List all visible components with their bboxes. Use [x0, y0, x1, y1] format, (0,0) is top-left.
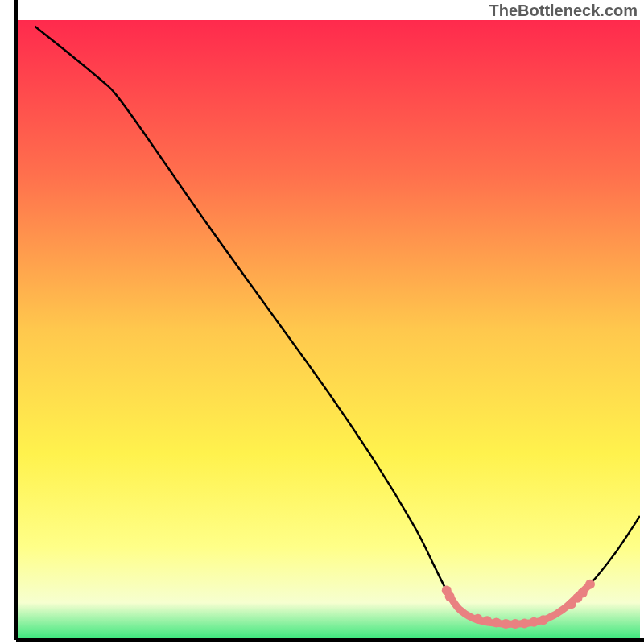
chart-container: TheBottleneck.com — [0, 0, 644, 644]
highlight-dot — [529, 617, 539, 627]
highlight-dot — [539, 615, 548, 625]
highlight-dot — [501, 619, 510, 629]
highlight-dot — [510, 619, 520, 629]
highlight-dot — [482, 616, 492, 625]
bottleneck-chart — [0, 0, 644, 644]
highlight-dot — [578, 588, 588, 597]
highlight-dot — [492, 617, 502, 627]
attribution-text: TheBottleneck.com — [489, 2, 638, 20]
highlight-dot — [585, 580, 595, 589]
gradient-background — [16, 20, 640, 640]
highlight-dot — [473, 614, 483, 624]
highlight-dot — [445, 592, 455, 601]
highlight-dot — [520, 619, 530, 629]
